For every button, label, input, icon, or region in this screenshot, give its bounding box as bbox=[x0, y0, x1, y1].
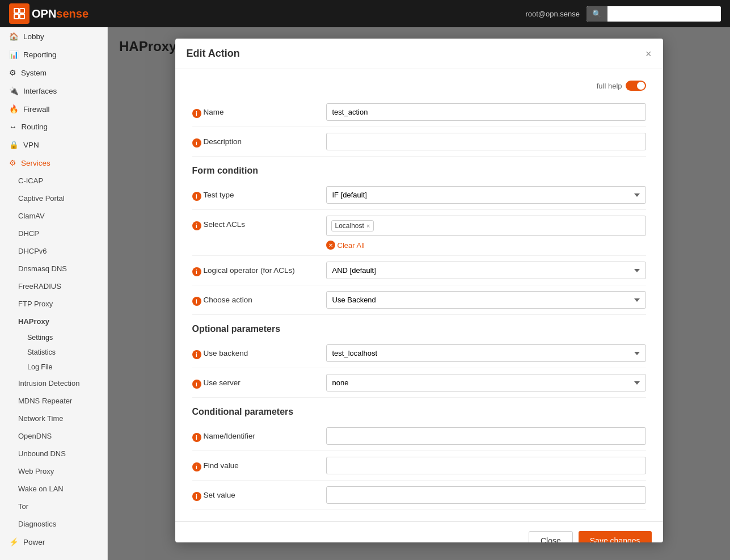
sidebar-item-vpn[interactable]: 🔒 VPN bbox=[0, 136, 107, 154]
sidebar-item-dhcpv6[interactable]: DHCPv6 bbox=[0, 242, 107, 260]
sidebar-item-intrusion-detection[interactable]: Intrusion Detection bbox=[0, 374, 107, 392]
sidebar-label-dhcpv6: DHCPv6 bbox=[18, 247, 47, 255]
sidebar-label-power: Power bbox=[23, 538, 45, 546]
sidebar-item-tor[interactable]: Tor bbox=[0, 498, 107, 515]
sidebar-item-cicap[interactable]: C-ICAP bbox=[0, 172, 107, 190]
firewall-icon: 🔥 bbox=[9, 104, 19, 113]
sidebar-label-opendns: OpenDNS bbox=[18, 432, 52, 440]
set-value-input[interactable] bbox=[326, 486, 646, 504]
choose-action-info-icon: i bbox=[192, 297, 201, 306]
sidebar-label-tor: Tor bbox=[18, 502, 28, 511]
home-icon: 🏠 bbox=[9, 32, 19, 41]
set-value-info-icon: i bbox=[192, 492, 201, 501]
use-backend-label: i Use backend bbox=[192, 344, 317, 359]
sidebar-item-web-proxy[interactable]: Web Proxy bbox=[0, 462, 107, 480]
test-type-field-group: i Test type IF [default] UNLESS bbox=[192, 180, 646, 210]
sidebar-item-statistics[interactable]: Statistics bbox=[0, 345, 107, 360]
sidebar-item-unbound-dns[interactable]: Unbound DNS bbox=[0, 445, 107, 462]
modal-title: Edit Action bbox=[187, 48, 240, 60]
close-button[interactable]: Close bbox=[529, 531, 573, 542]
logical-operator-select[interactable]: AND [default] OR bbox=[326, 262, 646, 279]
sidebar-item-mdns-repeater[interactable]: MDNS Repeater bbox=[0, 392, 107, 410]
test-type-label: i Test type bbox=[192, 186, 317, 201]
find-value-info-icon: i bbox=[192, 462, 201, 471]
name-identifier-input[interactable] bbox=[326, 427, 646, 445]
clear-all-button[interactable]: ✕ Clear All bbox=[326, 241, 646, 250]
modal-body: full help i Name i Description F bbox=[175, 69, 663, 521]
logical-operator-info-icon: i bbox=[192, 267, 201, 276]
sidebar: 🏠 Lobby 📊 Reporting ⚙ System 🔌 Interface… bbox=[0, 27, 108, 560]
sidebar-label-vpn: VPN bbox=[23, 141, 39, 149]
set-value-field-group: i Set value bbox=[192, 481, 646, 510]
logical-operator-label: i Logical operator (for ACLs) bbox=[192, 262, 317, 276]
remove-localhost-tag[interactable]: × bbox=[366, 222, 370, 229]
sidebar-item-opendns[interactable]: OpenDNS bbox=[0, 427, 107, 445]
test-type-select[interactable]: IF [default] UNLESS bbox=[326, 186, 646, 204]
search-button[interactable]: 🔍 bbox=[586, 6, 607, 22]
test-type-info-icon: i bbox=[192, 192, 201, 201]
sidebar-item-log-file[interactable]: Log File bbox=[0, 360, 107, 374]
select-acls-tag-input[interactable]: Localhost × bbox=[326, 216, 646, 236]
sidebar-label-routing: Routing bbox=[22, 123, 48, 131]
sidebar-item-dnsmasq[interactable]: Dnsmasq DNS bbox=[0, 260, 107, 277]
form-condition-header: Form condition bbox=[192, 157, 646, 180]
sidebar-item-lobby[interactable]: 🏠 Lobby bbox=[0, 27, 107, 45]
modal-header: Edit Action × bbox=[175, 39, 663, 69]
use-server-select[interactable]: none bbox=[326, 374, 646, 391]
set-value-label: i Set value bbox=[192, 486, 317, 501]
sidebar-item-ftp-proxy[interactable]: FTP Proxy bbox=[0, 295, 107, 313]
search-box: 🔍 bbox=[586, 6, 721, 22]
sidebar-item-interfaces[interactable]: 🔌 Interfaces bbox=[0, 82, 107, 100]
sidebar-label-haproxy: HAProxy bbox=[18, 317, 49, 326]
select-acls-field-group: i Select ACLs Localhost × ✕ Clear All bbox=[192, 210, 646, 256]
description-label: i Description bbox=[192, 133, 317, 148]
full-help-toggle[interactable] bbox=[626, 81, 646, 91]
save-changes-button[interactable]: Save changes bbox=[579, 531, 652, 542]
sidebar-item-power[interactable]: ⚡ Power bbox=[0, 533, 107, 551]
system-icon: ⚙ bbox=[9, 68, 16, 77]
sidebar-item-haproxy[interactable]: HAProxy bbox=[0, 313, 107, 330]
localhost-tag: Localhost × bbox=[331, 220, 374, 231]
full-help-label: full help bbox=[597, 82, 622, 90]
sidebar-item-dhcp[interactable]: DHCP bbox=[0, 225, 107, 242]
svg-rect-2 bbox=[14, 14, 19, 19]
sidebar-item-network-time[interactable]: Network Time bbox=[0, 410, 107, 427]
find-value-input[interactable] bbox=[326, 457, 646, 474]
sidebar-item-captive-portal[interactable]: Captive Portal bbox=[0, 190, 107, 207]
sidebar-item-system[interactable]: ⚙ System bbox=[0, 64, 107, 82]
sidebar-label-lobby: Lobby bbox=[23, 32, 44, 41]
sidebar-label-interfaces: Interfaces bbox=[23, 87, 57, 95]
use-backend-select[interactable]: test_localhost none bbox=[326, 344, 646, 362]
sidebar-item-settings[interactable]: Settings bbox=[0, 330, 107, 345]
power-icon: ⚡ bbox=[9, 537, 19, 546]
use-backend-field-group: i Use backend test_localhost none bbox=[192, 339, 646, 368]
search-input[interactable] bbox=[607, 6, 721, 22]
sidebar-label-diagnostics: Diagnostics bbox=[18, 520, 56, 528]
sidebar-label-cicap: C-ICAP bbox=[18, 176, 43, 185]
choose-action-select[interactable]: Use Backend Use Server Return bbox=[326, 291, 646, 309]
description-info-icon: i bbox=[192, 138, 201, 148]
svg-rect-1 bbox=[20, 9, 24, 13]
sidebar-item-wake-on-lan[interactable]: Wake on LAN bbox=[0, 480, 107, 498]
sidebar-item-freeradius[interactable]: FreeRADIUS bbox=[0, 277, 107, 295]
sidebar-label-ftp-proxy: FTP Proxy bbox=[18, 300, 53, 308]
description-input[interactable] bbox=[326, 133, 646, 150]
description-field-group: i Description bbox=[192, 127, 646, 157]
sidebar-item-reporting[interactable]: 📊 Reporting bbox=[0, 45, 107, 64]
sidebar-item-clamav[interactable]: ClamAV bbox=[0, 207, 107, 225]
name-input[interactable] bbox=[326, 103, 646, 121]
services-icon: ⚙ bbox=[9, 158, 16, 167]
sidebar-label-wake-on-lan: Wake on LAN bbox=[18, 485, 64, 493]
sidebar-label-intrusion-detection: Intrusion Detection bbox=[18, 379, 79, 388]
reporting-icon: 📊 bbox=[9, 50, 19, 59]
sidebar-item-firewall[interactable]: 🔥 Firewall bbox=[0, 100, 107, 118]
modal-close-button[interactable]: × bbox=[645, 49, 652, 59]
sidebar-item-diagnostics[interactable]: Diagnostics bbox=[0, 515, 107, 533]
find-value-field-group: i Find value bbox=[192, 451, 646, 481]
sidebar-label-settings: Settings bbox=[27, 334, 53, 342]
sidebar-item-routing[interactable]: ↔ Routing bbox=[0, 118, 107, 136]
logo-icon bbox=[9, 3, 29, 24]
sidebar-label-firewall: Firewall bbox=[23, 105, 50, 113]
sidebar-item-services[interactable]: ⚙ Services bbox=[0, 154, 107, 172]
logical-operator-field-group: i Logical operator (for ACLs) AND [defau… bbox=[192, 256, 646, 285]
